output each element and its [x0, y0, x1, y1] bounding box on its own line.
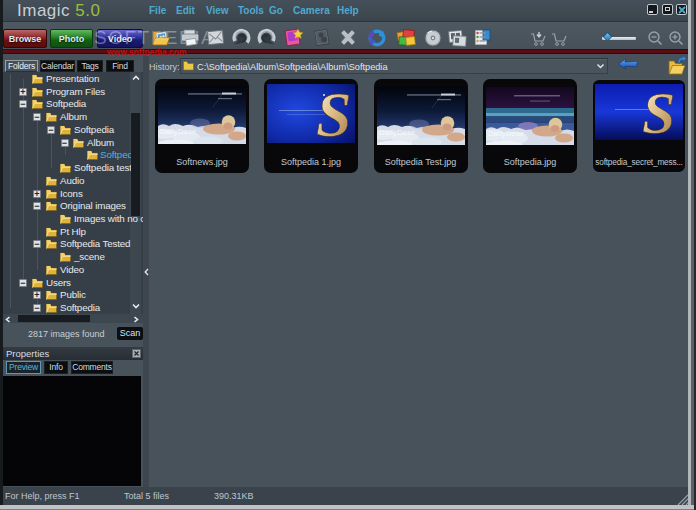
svg-text:DailyDose: DailyDose	[160, 127, 196, 136]
svg-text:S: S	[642, 84, 675, 140]
svg-text:S: S	[316, 84, 352, 143]
svg-text:DailyDose: DailyDose	[488, 129, 524, 138]
svg-text:DailyDose: DailyDose	[379, 128, 415, 137]
